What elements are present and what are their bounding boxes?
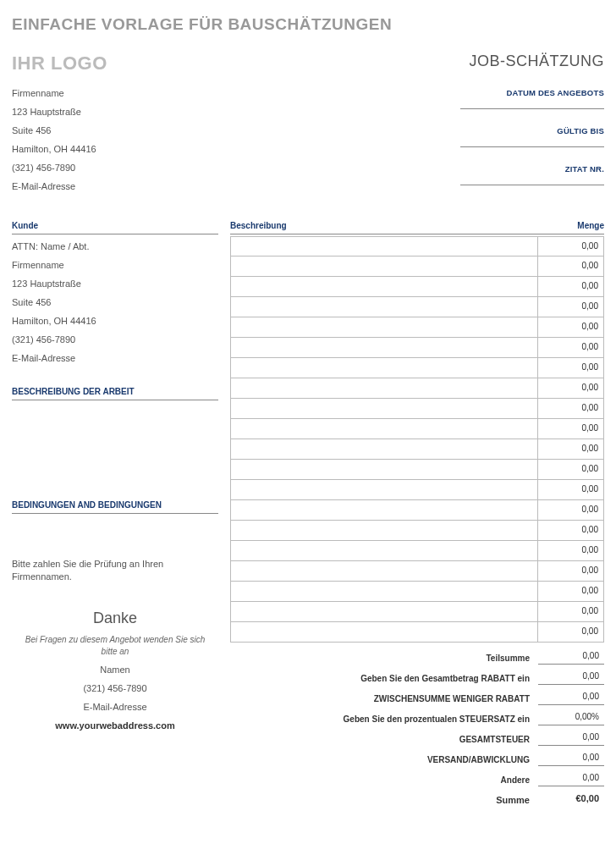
customer-name: Firmenname <box>12 260 218 270</box>
cell-description[interactable] <box>230 419 538 439</box>
total-final-row: Summe €0,00 <box>230 790 604 810</box>
total-row: ZWISCHENSUMME WENIGER RABATT0,00 <box>230 688 604 709</box>
cell-description[interactable] <box>230 480 538 500</box>
cell-amount[interactable]: 0,00 <box>538 236 604 256</box>
cell-description[interactable] <box>230 602 538 622</box>
grid-row: 0,00 <box>230 500 604 521</box>
customer-attn: ATTN: Name / Abt. <box>12 241 218 251</box>
cell-description[interactable] <box>230 317 538 338</box>
cell-description[interactable] <box>230 500 538 521</box>
total-label: Teilsumme <box>230 654 538 663</box>
cell-description[interactable] <box>230 460 538 480</box>
grid-row: 0,00 <box>230 480 604 500</box>
meta-quote-input[interactable] <box>460 175 604 185</box>
grid-row: 0,00 <box>230 541 604 561</box>
grid-row: 0,00 <box>230 297 604 317</box>
total-value[interactable]: 0,00 <box>538 651 604 665</box>
cell-description[interactable] <box>230 378 538 399</box>
cell-amount[interactable]: 0,00 <box>538 541 604 561</box>
job-estimate-heading: JOB-SCHÄTZUNG <box>470 52 605 70</box>
grid-row: 0,00 <box>230 521 604 541</box>
cell-amount[interactable]: 0,00 <box>538 317 604 338</box>
cell-amount[interactable]: 0,00 <box>538 460 604 480</box>
cell-amount[interactable]: 0,00 <box>538 399 604 419</box>
cell-amount[interactable]: 0,00 <box>538 378 604 399</box>
cell-amount[interactable]: 0,00 <box>538 582 604 602</box>
total-row: Geben Sie den prozentualen STEUERSATZ ei… <box>230 709 604 729</box>
customer-street: 123 Hauptstraße <box>12 279 218 289</box>
total-label: ZWISCHENSUMME WENIGER RABATT <box>230 694 538 703</box>
cell-description[interactable] <box>230 582 538 602</box>
grid-row: 0,00 <box>230 419 604 439</box>
cell-amount[interactable]: 0,00 <box>538 602 604 622</box>
top-block: Firmenname 123 Hauptstraße Suite 456 Ham… <box>12 88 604 202</box>
cell-description[interactable] <box>230 236 538 256</box>
cell-description[interactable] <box>230 399 538 419</box>
meta-date: DATUM DES ANGEBOTS <box>460 88 604 109</box>
cell-description[interactable] <box>230 277 538 297</box>
meta-valid-input[interactable] <box>460 137 604 147</box>
cell-amount[interactable]: 0,00 <box>538 256 604 277</box>
total-row: VERSAND/ABWICKLUNG0,00 <box>230 749 604 769</box>
grid-row: 0,00 <box>230 439 604 460</box>
total-value[interactable]: 0,00 <box>538 732 604 746</box>
grid-row: 0,00 <box>230 378 604 399</box>
company-phone: (321) 456-7890 <box>12 163 96 173</box>
terms-area[interactable] <box>12 521 218 553</box>
cell-amount[interactable]: 0,00 <box>538 480 604 500</box>
total-label: GESAMTSTEUER <box>230 735 538 744</box>
total-final-label: Summe <box>230 795 538 805</box>
cell-description[interactable] <box>230 541 538 561</box>
cell-description[interactable] <box>230 256 538 277</box>
cell-amount[interactable]: 0,00 <box>538 439 604 460</box>
thanks-web: www.yourwebaddress.com <box>12 720 218 731</box>
grid-header-description: Beschreibung <box>230 221 538 230</box>
meta-date-input[interactable] <box>460 99 604 109</box>
cell-amount[interactable]: 0,00 <box>538 500 604 521</box>
left-column: Kunde ATTN: Name / Abt. Firmenname 123 H… <box>12 221 218 810</box>
grid-row: 0,00 <box>230 256 604 277</box>
cell-amount[interactable]: 0,00 <box>538 622 604 643</box>
total-value[interactable]: 0,00 <box>538 671 604 685</box>
cell-amount[interactable]: 0,00 <box>538 561 604 582</box>
meta-valid-label: GÜLTIG BIS <box>460 126 604 135</box>
total-value[interactable]: 0,00 <box>538 692 604 705</box>
work-description-area[interactable] <box>12 407 218 500</box>
customer-suite: Suite 456 <box>12 297 218 307</box>
company-info: Firmenname 123 Hauptstraße Suite 456 Ham… <box>12 88 96 202</box>
grid-header: Beschreibung Menge <box>230 221 604 234</box>
cell-description[interactable] <box>230 622 538 643</box>
thanks-small: Bei Fragen zu diesem Angebot wenden Sie … <box>12 634 218 658</box>
thanks-email: E-Mail-Adresse <box>12 702 218 712</box>
header-row: IHR LOGO JOB-SCHÄTZUNG <box>12 52 604 74</box>
cell-amount[interactable]: 0,00 <box>538 521 604 541</box>
cell-amount[interactable]: 0,00 <box>538 338 604 358</box>
grid-row: 0,00 <box>230 399 604 419</box>
total-label: VERSAND/ABWICKLUNG <box>230 755 538 764</box>
total-value[interactable]: 0,00% <box>538 712 604 725</box>
cell-amount[interactable]: 0,00 <box>538 358 604 378</box>
grid-row: 0,00 <box>230 602 604 622</box>
company-email: E-Mail-Adresse <box>12 181 96 191</box>
customer-email: E-Mail-Adresse <box>12 353 218 363</box>
totals-block: Teilsumme0,00Geben Sie den Gesamtbetrag … <box>230 648 604 790</box>
cell-description[interactable] <box>230 561 538 582</box>
meta-fields: DATUM DES ANGEBOTS GÜLTIG BIS ZITAT NR. <box>460 88 604 202</box>
cell-description[interactable] <box>230 338 538 358</box>
grid-row: 0,00 <box>230 460 604 480</box>
cell-description[interactable] <box>230 521 538 541</box>
total-value[interactable]: 0,00 <box>538 753 604 766</box>
cell-description[interactable] <box>230 297 538 317</box>
total-row: Andere0,00 <box>230 769 604 790</box>
customer-phone: (321) 456-7890 <box>12 334 218 345</box>
customer-city: Hamilton, OH 44416 <box>12 316 218 326</box>
grid-row: 0,00 <box>230 582 604 602</box>
cell-description[interactable] <box>230 439 538 460</box>
cell-amount[interactable]: 0,00 <box>538 419 604 439</box>
cell-amount[interactable]: 0,00 <box>538 277 604 297</box>
cell-description[interactable] <box>230 358 538 378</box>
company-street: 123 Hauptstraße <box>12 107 96 117</box>
meta-quote-label: ZITAT NR. <box>460 164 604 174</box>
total-value[interactable]: 0,00 <box>538 773 604 786</box>
cell-amount[interactable]: 0,00 <box>538 297 604 317</box>
